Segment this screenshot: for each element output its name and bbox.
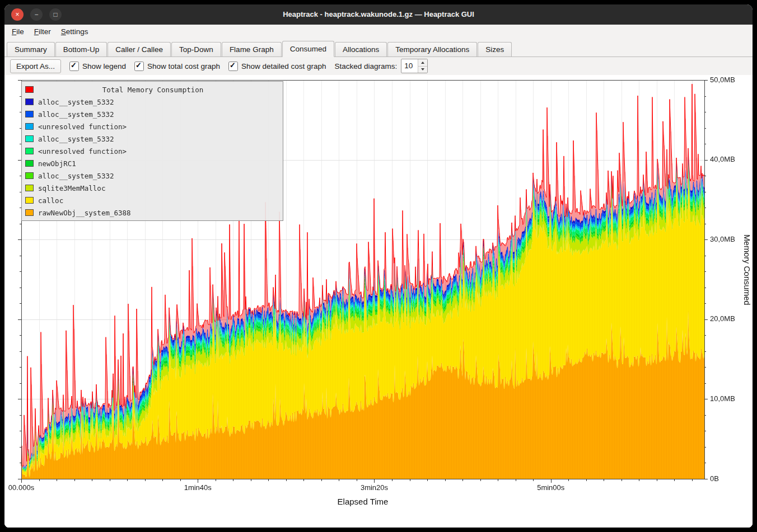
legend-swatch <box>25 111 34 117</box>
titlebar[interactable]: × − □ Heaptrack - heaptrack.wakunode.1.g… <box>4 4 753 25</box>
minimize-icon: − <box>34 11 38 18</box>
legend-swatch <box>25 197 34 204</box>
toolbar: Export As... Show legend Show total cost… <box>4 57 753 75</box>
legend-title: Total Memory Consumption <box>38 86 279 94</box>
spin-down-button[interactable] <box>418 67 427 73</box>
chart-area: Total Memory Consumption alloc__system_5… <box>4 75 753 528</box>
checkbox-label: Show detailed cost graph <box>241 62 326 70</box>
window-controls: × − □ <box>11 8 62 21</box>
show-legend-checkbox[interactable]: Show legend <box>69 62 126 71</box>
arrow-up-icon <box>421 62 424 64</box>
legend-label: alloc__system_5332 <box>38 172 114 180</box>
checkbox-check-icon <box>134 62 144 71</box>
legend-item: calloc <box>22 194 283 206</box>
legend-label: <unresolved function> <box>38 147 127 156</box>
show-detailed-cost-checkbox[interactable]: Show detailed cost graph <box>228 62 326 71</box>
legend-swatch <box>25 160 34 167</box>
tab-summary[interactable]: Summary <box>7 42 55 57</box>
tab-caller-callee[interactable]: Caller / Callee <box>108 42 171 57</box>
legend-item: alloc__system_5332 <box>22 108 283 120</box>
x-axis-title: Elapsed Time <box>21 497 704 506</box>
legend-item: alloc__system_5332 <box>22 133 283 145</box>
legend-label: newObjRC1 <box>38 159 76 168</box>
legend-swatch <box>25 185 34 191</box>
legend-label: calloc <box>38 196 63 205</box>
legend-item: alloc__system_5332 <box>22 170 283 182</box>
close-icon: × <box>15 11 19 18</box>
legend-swatch <box>25 86 34 93</box>
checkbox-check-icon <box>228 62 238 71</box>
spinbox-buttons <box>418 59 427 73</box>
export-as-button[interactable]: Export As... <box>10 59 61 73</box>
chart-legend: Total Memory Consumption alloc__system_5… <box>21 81 283 221</box>
legend-item: rawNewObj__system_6388 <box>22 206 283 219</box>
checkbox-label: Show legend <box>82 62 126 70</box>
heaptrack-window: × − □ Heaptrack - heaptrack.wakunode.1.g… <box>4 4 753 528</box>
minimize-button[interactable]: − <box>30 8 43 21</box>
legend-label: alloc__system_5332 <box>38 135 114 143</box>
tab-temporary-allocations[interactable]: Temporary Allocations <box>387 42 477 57</box>
legend-swatch <box>25 98 34 105</box>
tab-sizes[interactable]: Sizes <box>478 42 512 57</box>
window-title: Heaptrack - heaptrack.wakunode.1.gz — He… <box>4 4 753 25</box>
tab-bottom-up[interactable]: Bottom-Up <box>55 42 108 57</box>
menu-filter[interactable]: Filter <box>29 25 56 39</box>
legend-swatch <box>25 123 34 130</box>
spin-up-button[interactable] <box>418 59 427 67</box>
tab-flame-graph[interactable]: Flame Graph <box>222 42 282 57</box>
menu-file[interactable]: File <box>7 25 29 39</box>
legend-label: sqlite3MemMalloc <box>38 184 105 192</box>
checkbox-label: Show total cost graph <box>147 62 220 70</box>
stacked-diagrams-spinbox[interactable]: 10 <box>401 59 428 73</box>
legend-label: <unresolved function> <box>38 123 127 131</box>
legend-item: sqlite3MemMalloc <box>22 182 283 194</box>
tab-bar: Summary Bottom-Up Caller / Callee Top-Do… <box>4 39 753 57</box>
stacked-diagrams-label: Stacked diagrams: <box>335 62 398 70</box>
legend-swatch <box>25 135 34 142</box>
legend-item: alloc__system_5332 <box>22 96 283 108</box>
show-total-cost-checkbox[interactable]: Show total cost graph <box>134 62 220 71</box>
legend-item: <unresolved function> <box>22 120 283 133</box>
legend-label: alloc__system_5332 <box>38 110 114 119</box>
checkbox-check-icon <box>69 62 79 71</box>
legend-swatch <box>25 172 34 179</box>
tab-allocations[interactable]: Allocations <box>335 42 387 57</box>
spinbox-value: 10 <box>401 59 418 73</box>
y-axis-title: Memory Consumed <box>742 234 751 305</box>
close-button[interactable]: × <box>11 8 24 21</box>
maximize-button[interactable]: □ <box>49 8 62 21</box>
legend-label: rawNewObj__system_6388 <box>38 209 131 217</box>
legend-item: newObjRC1 <box>22 157 283 170</box>
tab-top-down[interactable]: Top-Down <box>171 42 221 57</box>
arrow-down-icon <box>421 68 424 70</box>
tab-consumed[interactable]: Consumed <box>282 41 334 57</box>
legend-item: <unresolved function> <box>22 145 283 157</box>
legend-swatch <box>25 148 34 154</box>
legend-swatch <box>25 209 34 216</box>
maximize-icon: □ <box>53 11 57 18</box>
legend-title-row: Total Memory Consumption <box>22 83 283 96</box>
legend-label: alloc__system_5332 <box>38 98 114 106</box>
menubar: File Filter Settings <box>4 25 753 39</box>
menu-settings[interactable]: Settings <box>56 25 94 39</box>
